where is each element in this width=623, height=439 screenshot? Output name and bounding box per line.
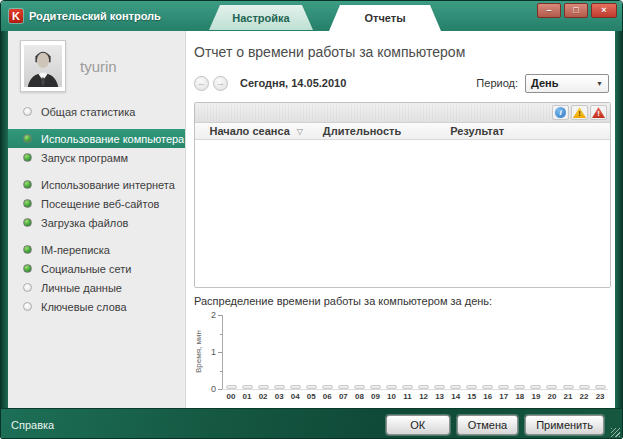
chart-y-tick-label: 1 <box>211 347 216 357</box>
chart-zero-bar <box>258 385 269 389</box>
critical-filter-button[interactable]: ! <box>590 105 607 120</box>
chart-bar-slot: 06 <box>319 315 335 403</box>
status-off-icon <box>23 283 32 292</box>
chart-x-tick-label: 01 <box>243 390 252 403</box>
chart-bar-slot: 00 <box>223 315 239 403</box>
sidebar-menu: Общая статистикаИспользование компьютера… <box>8 102 185 316</box>
chart-x-tick-label: 16 <box>483 390 492 403</box>
column-header-result[interactable]: Результат <box>407 125 548 137</box>
chart-bar-slot: 08 <box>351 315 367 403</box>
help-link[interactable]: Справка <box>11 419 54 431</box>
sidebar-item[interactable]: Посещение веб-сайтов <box>8 194 185 213</box>
status-on-icon <box>23 153 32 162</box>
chart-zero-bar <box>579 385 590 389</box>
chart-x-tick-label: 00 <box>227 390 236 403</box>
tab-settings[interactable]: Настройка <box>209 5 313 30</box>
table-header: Начало сеанса ▽ Длительность Результат <box>195 123 610 140</box>
chart-x-tick-label: 17 <box>499 390 508 403</box>
chart-bar-slot: 12 <box>416 315 432 403</box>
column-header-session-start[interactable]: Начало сеанса ▽ <box>195 125 317 137</box>
sidebar-item-label: Социальные сети <box>41 263 131 275</box>
chart-bar-slot: 03 <box>271 315 287 403</box>
sidebar-item-label: Использование интернета <box>41 179 175 191</box>
chart-bar-slot: 22 <box>576 315 592 403</box>
chart-x-tick-label: 09 <box>371 390 380 403</box>
chart-x-tick-label: 19 <box>531 390 540 403</box>
report-table: i ! ! Начало сеанса ▽ <box>194 102 611 288</box>
chart-zero-bar <box>274 385 285 389</box>
chart-x-tick-label: 11 <box>403 390 411 403</box>
main-panel: Отчет о времени работы за компьютером ← … <box>186 31 615 408</box>
chart-x-tick-label: 18 <box>515 390 524 403</box>
sidebar-item[interactable]: Общая статистика <box>8 102 185 121</box>
warning-icon: ! <box>573 107 586 118</box>
chart-bar-slot: 21 <box>560 315 576 403</box>
chart-x-tick-label: 08 <box>355 390 364 403</box>
sidebar-item[interactable]: Ключевые слова <box>8 297 185 316</box>
chart-zero-bar <box>595 385 606 389</box>
chevron-down-icon: ▼ <box>596 80 603 87</box>
chart-bar-slot: 13 <box>432 315 448 403</box>
footer: Справка ОК Отмена Применить <box>1 408 622 439</box>
chart-y-tick-label: 2 <box>211 310 216 320</box>
column-header-duration[interactable]: Длительность <box>317 125 406 137</box>
cancel-button[interactable]: Отмена <box>457 415 518 435</box>
user-avatar <box>20 40 66 92</box>
user-block: tyurin <box>8 31 185 94</box>
sidebar-item[interactable]: Использование компьютера <box>8 129 185 148</box>
tab-reports[interactable]: Отчеты <box>329 5 441 31</box>
period-group: Период: День ▼ <box>476 74 609 93</box>
chart-zero-bar <box>418 385 429 389</box>
footer-buttons: ОК Отмена Применить <box>386 415 604 435</box>
chart-bar-slot: 17 <box>496 315 512 403</box>
chart-x-tick-label: 21 <box>564 390 573 403</box>
chart-bar-slot: 07 <box>335 315 351 403</box>
chart-zero-bar <box>354 385 365 389</box>
sidebar-item[interactable]: Социальные сети <box>8 259 185 278</box>
chart-bar-slot: 01 <box>239 315 255 403</box>
window-border-left <box>1 31 8 408</box>
chart-zero-bar <box>530 385 541 389</box>
warning-filter-button[interactable]: ! <box>571 105 588 120</box>
ok-button[interactable]: ОК <box>386 415 450 435</box>
period-select[interactable]: День ▼ <box>525 74 609 93</box>
next-date-button[interactable]: → <box>213 76 228 91</box>
window-border-right <box>615 31 622 408</box>
kaspersky-logo-icon: K <box>9 9 23 23</box>
titlebar: K Родительский контроль Настройка Отчеты… <box>1 1 622 31</box>
chart-x-tick-label: 23 <box>596 390 605 403</box>
prev-date-button[interactable]: ← <box>194 76 209 91</box>
chart-zero-bar <box>370 385 381 389</box>
maximize-button[interactable]: □ <box>564 3 588 18</box>
chart-x-tick-label: 15 <box>467 390 476 403</box>
sidebar-item[interactable]: Загрузка файлов <box>8 213 185 232</box>
chart-x-tick-label: 12 <box>419 390 428 403</box>
window-title: Родительский контроль <box>29 10 161 22</box>
sidebar-item-label: Посещение веб-сайтов <box>41 198 159 210</box>
sidebar-item-label: Общая статистика <box>41 106 135 118</box>
chart-zero-bar <box>514 385 525 389</box>
sidebar-item[interactable]: Запуск программ <box>8 148 185 167</box>
apply-button[interactable]: Применить <box>525 415 604 435</box>
info-filter-button[interactable]: i <box>552 105 569 120</box>
chart-bar-slot: 04 <box>287 315 303 403</box>
chart-bar-slot: 20 <box>544 315 560 403</box>
table-body <box>195 140 610 287</box>
chart-slots: 0001020304050607080910111213141516171819… <box>223 315 608 403</box>
chart-x-tick-label: 02 <box>259 390 268 403</box>
sidebar-item[interactable]: Личные данные <box>8 278 185 297</box>
chart-zero-bar <box>290 385 301 389</box>
close-button[interactable]: × <box>591 3 617 18</box>
chart-zero-bar <box>498 385 509 389</box>
date-label: Сегодня, 14.05.2010 <box>240 77 346 89</box>
minimize-button[interactable]: – <box>537 3 561 18</box>
sidebar-item[interactable]: IM-переписка <box>8 240 185 259</box>
chart-y-axis: 012 <box>207 315 222 403</box>
sidebar-item[interactable]: Использование интернета <box>8 175 185 194</box>
chart-x-tick-label: 20 <box>548 390 557 403</box>
resize-grip[interactable] <box>611 428 620 437</box>
chart-x-tick-label: 05 <box>307 390 316 403</box>
chart-x-tick-label: 03 <box>275 390 284 403</box>
period-label: Период: <box>476 77 518 89</box>
username: tyurin <box>80 58 117 75</box>
